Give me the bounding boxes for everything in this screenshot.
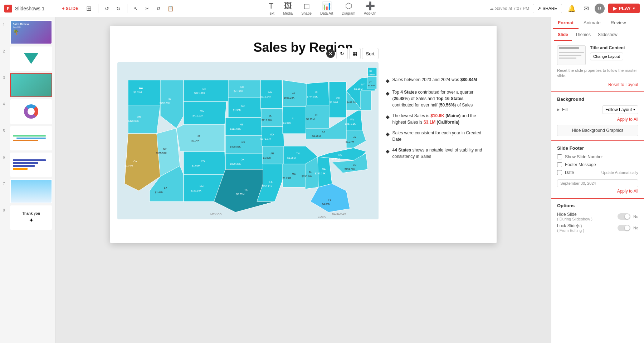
svg-text:TX: TX <box>244 189 248 191</box>
svg-text:WA: WA <box>139 87 143 89</box>
date-checkbox[interactable] <box>557 170 562 175</box>
data-art-tool[interactable]: 📊 Data Art <box>320 1 333 15</box>
background-section: Background ▶ Fill Follow Layout ▾ Apply … <box>551 92 644 141</box>
apply-all-footer[interactable]: Apply to All <box>557 189 638 194</box>
redo-button[interactable]: ↻ <box>114 4 123 13</box>
add-slide-button[interactable]: + SLIDE <box>59 5 82 13</box>
data-art-label: Data Art <box>320 11 333 15</box>
slide-number-3: 3 <box>3 76 7 80</box>
svg-text:$357.11K: $357.11K <box>345 123 356 125</box>
tab-review[interactable]: Review <box>606 17 631 29</box>
slide-preview-5[interactable] <box>10 126 52 150</box>
slide-preview-6[interactable] <box>10 153 52 177</box>
slide-thumb-8[interactable]: 8 Thank you ✦ <box>3 205 52 230</box>
hide-background-btn[interactable]: Hide Background Graphics <box>557 125 638 136</box>
copy-button[interactable]: ⧉ <box>155 4 162 13</box>
close-button[interactable]: ✕ <box>326 49 335 58</box>
shape-icon: ◻ <box>303 1 310 11</box>
diagram-tool[interactable]: ⬡ Diagram <box>342 1 355 15</box>
svg-marker-55 <box>261 109 283 126</box>
date-input[interactable] <box>557 179 638 187</box>
tab-slide[interactable]: Slide <box>554 29 572 41</box>
svg-marker-37 <box>228 98 261 118</box>
svg-text:MEXICO: MEXICO <box>210 213 222 216</box>
undo-button[interactable]: ↺ <box>103 4 111 13</box>
slide-tab-bar: Slide Themes Slideshow <box>551 29 644 41</box>
slide-thumb-7[interactable]: 7 <box>3 179 52 203</box>
lock-slide-toggle[interactable] <box>618 225 630 231</box>
svg-text:$1.52M: $1.52M <box>263 156 272 159</box>
notifications-button[interactable]: 🔔 <box>566 3 578 14</box>
user-avatar[interactable]: U <box>595 4 605 14</box>
messages-button[interactable]: ✉ <box>581 3 591 14</box>
slide-thumb-6[interactable]: 6 <box>3 153 52 177</box>
svg-text:ND: ND <box>240 86 244 88</box>
footer-message-row: Footer Message <box>557 162 638 167</box>
slide-thumb-5[interactable]: 5 <box>3 126 52 150</box>
layout-preview <box>557 45 586 65</box>
svg-text:MN: MN <box>268 91 272 94</box>
slide-thumb-1[interactable]: 1 Sales Review June 2024 🌴 <box>3 20 52 44</box>
svg-text:OR: OR <box>137 115 141 118</box>
info-panel: ◆ Sales between 2023 and 2024 was $80.84… <box>386 62 486 164</box>
svg-marker-16 <box>184 80 228 101</box>
cut-button[interactable]: ✂ <box>143 4 152 13</box>
share-button[interactable]: ↗ SHARE <box>533 4 562 13</box>
slide-preview-1[interactable]: Sales Review June 2024 🌴 <box>10 20 52 44</box>
diamond-icon-2: ◆ <box>386 90 390 108</box>
play-button[interactable]: ▶ PLAY ▾ <box>608 4 640 13</box>
media-tool[interactable]: 🖼 Media <box>283 1 293 15</box>
right-panel: Format Animate Review Slide Themes Slide… <box>551 17 644 343</box>
svg-marker-22 <box>176 125 225 151</box>
chart-button[interactable]: ▦ <box>349 48 361 59</box>
media-label: Media <box>283 11 293 15</box>
slide-preview-7[interactable] <box>10 179 52 203</box>
fill-select[interactable]: Follow Layout ▾ <box>602 105 638 114</box>
svg-text:MS: MS <box>292 173 296 175</box>
slide-thumb-4[interactable]: 4 <box>3 99 52 124</box>
info-item-2: ◆ Top 4 States contributed for over a qu… <box>386 89 486 108</box>
shape-tool[interactable]: ◻ Shape <box>301 1 312 15</box>
slide-preview-3[interactable] <box>10 73 52 97</box>
change-layout-button[interactable]: Change Layout <box>590 53 623 60</box>
apply-all-bg[interactable]: Apply to All <box>557 117 638 122</box>
svg-text:$5.04K: $5.04K <box>191 139 200 142</box>
svg-text:$1.27M: $1.27M <box>346 140 354 143</box>
slide-number-8: 8 <box>3 208 7 212</box>
grid-view-button[interactable]: ⊞ <box>84 3 94 14</box>
reset-to-layout-link[interactable]: Reset to Layout <box>608 82 638 87</box>
show-slide-number-checkbox[interactable] <box>557 154 562 159</box>
slide-preview-4[interactable] <box>10 99 52 124</box>
slide-canvas: Sales by Region ✕ ↻ ▦ Sort <box>110 26 497 243</box>
hide-slide-toggle[interactable] <box>618 213 630 220</box>
slide-preview-2[interactable] <box>10 46 52 71</box>
cursor-button[interactable]: ↖ <box>132 4 140 13</box>
svg-text:$121.81K: $121.81K <box>194 92 205 94</box>
diamond-icon-3: ◆ <box>386 113 390 125</box>
svg-text:AR: AR <box>270 152 274 155</box>
footer-message-checkbox[interactable] <box>557 162 562 167</box>
addon-tool[interactable]: ➕ Add-On <box>364 1 376 15</box>
svg-text:CO: CO <box>201 160 205 163</box>
svg-text:BAHAMAS: BAHAMAS <box>332 213 346 216</box>
refresh-button[interactable]: ↻ <box>336 48 348 59</box>
lock-slide-value: No <box>633 226 638 230</box>
svg-text:$1.27M: $1.27M <box>331 158 340 160</box>
paste-button[interactable]: 📋 <box>165 4 176 13</box>
tab-themes[interactable]: Themes <box>572 29 594 41</box>
slide-footer-section: Slide Footer Show Slide Number Footer Me… <box>551 141 644 199</box>
slide-thumb-3[interactable]: 3 <box>3 73 52 97</box>
tab-animate[interactable]: Animate <box>579 17 606 29</box>
hide-slide-row: Hide Slide ( During Slideshow ) No <box>557 212 638 221</box>
slide-thumb-2[interactable]: 2 <box>3 46 52 71</box>
text-tool[interactable]: T Text <box>268 1 274 15</box>
tab-format[interactable]: Format <box>553 17 579 29</box>
text-icon: T <box>269 1 273 11</box>
svg-text:VA: VA <box>353 136 356 139</box>
toolbar-sep-1 <box>55 4 55 13</box>
svg-text:$3.18M: $3.18M <box>354 88 363 90</box>
sort-button[interactable]: Sort <box>362 48 379 59</box>
tab-slideshow[interactable]: Slideshow <box>594 29 621 41</box>
slide-preview-8[interactable]: Thank you ✦ <box>10 205 52 230</box>
svg-text:$1.48M: $1.48M <box>155 191 164 194</box>
